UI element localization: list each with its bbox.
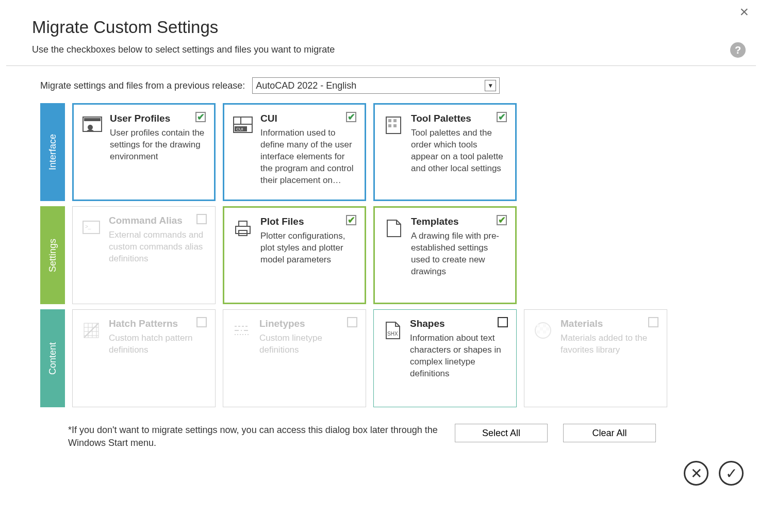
migrate-settings-dialog: × Migrate Custom Settings Use the checkb… [6, 0, 756, 532]
tile-title: CUI [260, 113, 356, 124]
svg-text:>_: >_ [85, 224, 91, 229]
tile-checkbox[interactable] [648, 317, 658, 327]
tile-desc: Materials added to the favorites library [561, 332, 658, 356]
templates-icon [382, 216, 405, 294]
svg-rect-31 [537, 324, 540, 327]
printer-icon [232, 216, 254, 294]
tile-checkbox[interactable] [346, 215, 356, 225]
svg-text:CUI: CUI [236, 127, 243, 131]
page-subtitle: Use the checkboxes below to select setti… [32, 44, 730, 55]
svg-rect-12 [393, 124, 397, 127]
dialog-header: Migrate Custom Settings Use the checkbox… [6, 0, 756, 55]
shapes-icon: SHX [381, 318, 404, 398]
materials-icon [532, 318, 554, 398]
tile-title: User Profiles [110, 113, 206, 124]
tile-desc: Information about text characters or sha… [410, 332, 508, 380]
tile-title: Plot Files [260, 216, 356, 227]
tile-title: Templates [411, 216, 507, 227]
tile-shapes[interactable]: SHX Shapes Information about text charac… [373, 309, 517, 407]
source-release-select[interactable]: AutoCAD 2022 - English ▼ [252, 77, 500, 94]
row-interface: Interface User Profiles User profiles co… [40, 103, 756, 201]
tile-checkbox[interactable] [347, 317, 357, 327]
tile-desc: Custom linetype definitions [259, 332, 357, 356]
page-title: Migrate Custom Settings [32, 18, 730, 37]
tile-desc: Information used to define many of the u… [260, 127, 356, 187]
tile-templates[interactable]: Templates A drawing file with pre-establ… [373, 206, 517, 304]
ok-button[interactable]: ✓ [719, 461, 744, 486]
tile-desc: User profiles contain the settings for t… [110, 127, 206, 163]
user-profiles-icon [81, 113, 104, 191]
svg-rect-10 [393, 119, 397, 122]
hatch-icon [80, 318, 103, 398]
tile-linetypes[interactable]: Linetypes Custom linetype definitions [223, 309, 366, 407]
tile-checkbox[interactable] [497, 215, 507, 225]
footnote-text: *If you don't want to migrate settings n… [68, 424, 439, 450]
source-label: Migrate settings and files from a previo… [40, 80, 245, 91]
tile-checkbox[interactable] [196, 317, 207, 327]
footer: *If you don't want to migrate settings n… [6, 412, 756, 450]
tile-checkbox[interactable] [195, 112, 206, 122]
tile-cui[interactable]: CUI CUI Information used to define many … [223, 103, 366, 201]
tile-title: Hatch Patterns [109, 318, 207, 329]
category-label-settings: Settings [40, 206, 65, 304]
svg-rect-36 [543, 330, 546, 334]
tile-tool-palettes[interactable]: Tool Palettes Tool palettes and the orde… [373, 103, 517, 201]
svg-rect-1 [84, 118, 101, 121]
tile-materials[interactable]: Materials Materials added to the favorit… [524, 309, 667, 407]
tile-user-profiles[interactable]: User Profiles User profiles contain the … [72, 103, 216, 201]
svg-point-2 [88, 125, 93, 130]
clear-all-button[interactable]: Clear All [563, 424, 656, 442]
linetypes-icon [230, 318, 253, 398]
category-label-interface: Interface [40, 103, 65, 201]
tile-title: Shapes [410, 318, 508, 329]
row-content: Content Hatch Patterns Custom hatch patt… [40, 309, 756, 407]
chevron-down-icon: ▼ [485, 80, 496, 91]
tile-checkbox[interactable] [498, 317, 508, 327]
help-icon[interactable]: ? [730, 42, 746, 58]
tile-command-alias[interactable]: >_ Command Alias External commands and c… [72, 206, 216, 304]
categories-grid: Interface User Profiles User profiles co… [6, 103, 756, 412]
tool-palettes-icon [382, 113, 405, 191]
svg-rect-16 [239, 221, 247, 226]
svg-rect-9 [388, 119, 391, 122]
svg-text:SHX: SHX [387, 331, 398, 337]
tile-title: Materials [561, 318, 658, 329]
tile-checkbox[interactable] [346, 112, 356, 122]
svg-rect-32 [543, 324, 546, 327]
tile-desc: Custom hatch pattern definitions [109, 332, 207, 356]
action-buttons: ✕ ✓ [684, 461, 744, 486]
close-icon[interactable]: × [739, 4, 749, 20]
source-row: Migrate settings and files from a previo… [6, 66, 756, 103]
tile-hatch-patterns[interactable]: Hatch Patterns Custom hatch pattern defi… [72, 309, 216, 407]
cui-icon: CUI [232, 113, 254, 191]
svg-rect-33 [540, 327, 543, 330]
tile-desc: External commands and custom commands al… [109, 229, 207, 265]
command-alias-icon: >_ [80, 215, 103, 295]
svg-rect-35 [537, 330, 540, 334]
tile-desc: Tool palettes and the order which tools … [411, 127, 507, 175]
svg-rect-11 [388, 124, 391, 127]
tile-title: Command Alias [109, 215, 207, 226]
tile-title: Linetypes [259, 318, 357, 329]
category-label-content: Content [40, 309, 65, 407]
row-settings: Settings >_ Command Alias External comma… [40, 206, 756, 304]
cancel-button[interactable]: ✕ [684, 461, 708, 486]
tile-desc: A drawing file with pre-established sett… [411, 230, 507, 278]
tile-desc: Plotter configurations, plot styles and … [260, 230, 356, 266]
source-release-value: AutoCAD 2022 - English [256, 80, 356, 91]
select-all-button[interactable]: Select All [455, 424, 548, 442]
tile-checkbox[interactable] [497, 112, 507, 122]
tile-plot-files[interactable]: Plot Files Plotter configurations, plot … [223, 206, 366, 304]
svg-rect-34 [546, 327, 549, 330]
tile-checkbox[interactable] [196, 214, 207, 224]
tile-title: Tool Palettes [411, 113, 507, 124]
